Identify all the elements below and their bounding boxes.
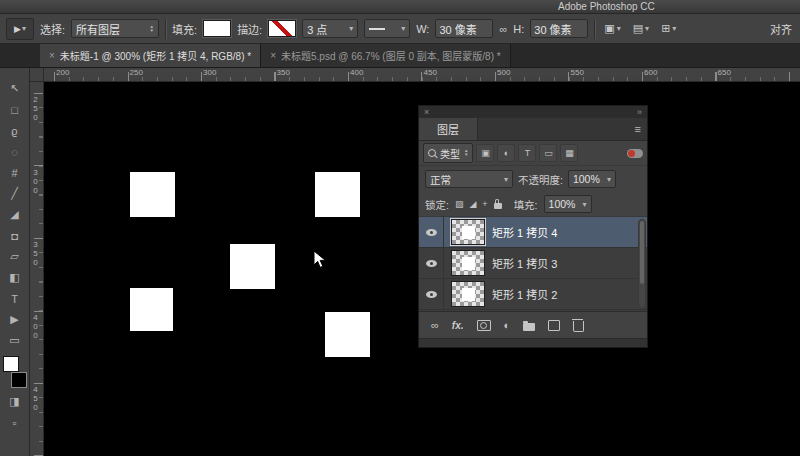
crop-tool[interactable]: # [0, 162, 29, 183]
eyedropper-tool[interactable]: ╱ [0, 183, 29, 204]
panel-menu-button[interactable]: ≡ [635, 118, 647, 140]
layer-thumbnail[interactable] [451, 250, 485, 276]
new-layer-icon[interactable] [548, 320, 560, 331]
layer-name[interactable]: 矩形 1 拷贝 2 [492, 286, 557, 302]
blend-mode-dropdown[interactable]: 正常 ▾ [425, 170, 513, 188]
close-icon[interactable]: × [424, 106, 429, 118]
tools-panel: ↖ □ ϱ ◌ # ╱ ◢ ◘ ▱ ◧ T ▶ ▭ ◨ ▫ [0, 68, 30, 456]
marquee-tool-icon: □ [11, 104, 18, 116]
chevron-down-icon: ▾ [583, 200, 587, 209]
scrollbar[interactable] [638, 219, 646, 309]
brush-tool[interactable]: ◢ [0, 204, 29, 225]
filter-pixel-layers-button[interactable]: ▣ [476, 144, 494, 162]
path-alignment-button[interactable]: ▤ ▾ [630, 20, 652, 37]
layer-style-icon[interactable]: fx. [452, 320, 464, 331]
stroke-swatch[interactable] [268, 20, 296, 37]
path-arrange-button[interactable]: ⊞ ▾ [658, 20, 679, 37]
color-swatches [3, 356, 27, 388]
layer-row[interactable]: 矩形 1 拷贝 4 [419, 217, 647, 248]
tool-preset-button[interactable]: ▶ ▾ [6, 18, 34, 40]
type-tool[interactable]: T [0, 288, 29, 309]
chevron-down-icon: ▾ [607, 175, 611, 184]
add-layer-mask-icon[interactable] [477, 320, 491, 331]
move-tool[interactable]: ↖ [0, 78, 29, 99]
lock-transparent-pixels-button[interactable]: ▨ [455, 199, 464, 209]
path-operations-button[interactable]: ▣ ▾ [601, 20, 623, 37]
stepper-icon: ▲ ▼ [464, 149, 468, 157]
layer-visibility-toggle[interactable] [419, 279, 444, 309]
eye-icon [426, 229, 437, 236]
new-group-icon[interactable] [523, 323, 535, 331]
tab-untitled-1[interactable]: × 未标题-1 @ 300% (矩形 1 拷贝 4, RGB/8) * [40, 44, 261, 67]
layer-row[interactable]: 矩形 1 拷贝 2 [419, 279, 647, 310]
close-icon[interactable]: × [49, 50, 55, 61]
filter-kind-value: 类型 [440, 146, 460, 161]
layer-row[interactable]: 矩形 1 拷贝 3 [419, 248, 647, 279]
lock-position-button[interactable]: + [482, 199, 487, 209]
link-layers-icon[interactable]: ∞ [431, 320, 439, 331]
scrollbar-thumb[interactable] [640, 221, 644, 284]
move-tool-icon: ↖ [10, 82, 19, 95]
gradient-tool-icon: ◧ [9, 271, 19, 284]
blend-mode-row: 正常 ▾ 不透明度: 100% ▾ [419, 166, 647, 192]
ruler-label: 250 [130, 68, 204, 81]
panel-drag-bar[interactable]: × » [419, 106, 647, 118]
layer-visibility-toggle[interactable] [419, 248, 444, 278]
path-selection-tool[interactable]: ▶ [0, 309, 29, 330]
stroke-width-value: 3 点 [307, 21, 327, 37]
filter-adjustment-layers-button[interactable]: ◐ [497, 144, 515, 162]
layer-thumbnail[interactable] [451, 219, 485, 245]
layer-filtering-toggle[interactable] [627, 149, 643, 158]
background-color-swatch[interactable] [11, 372, 27, 388]
align-edges-label[interactable]: 对齐 [770, 21, 794, 37]
eraser-tool[interactable]: ▱ [0, 246, 29, 267]
stroke-style-dropdown[interactable]: ▾ [364, 19, 410, 38]
delete-layer-icon[interactable] [573, 321, 584, 332]
filter-shape-layers-button[interactable]: ▭ [539, 144, 557, 162]
chevron-down-icon: ▾ [504, 175, 508, 184]
filter-kind-dropdown[interactable]: 类型 ▲ ▼ [423, 143, 473, 163]
fill-label: 填充: [172, 21, 197, 37]
adjustment-layer-icon[interactable]: ◐ [504, 320, 511, 331]
rectangle-tool[interactable]: ▭ [0, 330, 29, 351]
lock-image-pixels-button[interactable]: ◢ [469, 199, 476, 209]
quick-selection-tool[interactable]: ◌ [0, 141, 29, 162]
width-input[interactable] [435, 19, 493, 38]
opacity-dropdown[interactable]: 100% ▾ [568, 170, 616, 188]
select-scope-dropdown[interactable]: 所有图层 ▲ ▼ [71, 19, 159, 38]
fill-swatch[interactable] [203, 20, 231, 37]
foreground-color-swatch[interactable] [3, 356, 19, 372]
quick-mask-button[interactable]: ◨ [0, 391, 29, 412]
tab-untitled-5[interactable]: × 未标题5.psd @ 66.7% (图层 0 副本, 图层蒙版/8) * [261, 44, 511, 67]
screen-mode-button[interactable]: ▫ [0, 412, 29, 433]
lock-all-button[interactable] [494, 203, 502, 209]
search-icon [428, 149, 436, 157]
horizontal-ruler: 200 250 300 350 400 450 500 550 600 650 [44, 68, 800, 82]
tab-layers[interactable]: 图层 [419, 118, 478, 140]
chevron-down-icon: ▾ [349, 24, 353, 33]
filter-type-layers-button[interactable]: T [518, 144, 536, 162]
ruler-label: 350 [31, 240, 39, 313]
lasso-tool-icon: ϱ [11, 125, 17, 137]
collapse-panel-icon[interactable]: » [637, 106, 642, 118]
rectangular-marquee-tool[interactable]: □ [0, 99, 29, 120]
panel-resize-strip[interactable] [419, 338, 647, 347]
blend-mode-value: 正常 [430, 172, 451, 187]
clone-stamp-tool[interactable]: ◘ [0, 225, 29, 246]
fill-dropdown[interactable]: 100% ▾ [544, 195, 592, 213]
tab-label: 未标题5.psd @ 66.7% (图层 0 副本, 图层蒙版/8) * [281, 48, 501, 63]
layer-name[interactable]: 矩形 1 拷贝 3 [492, 255, 557, 271]
gradient-tool[interactable]: ◧ [0, 267, 29, 288]
ruler-label: 650 [718, 68, 792, 81]
layer-visibility-toggle[interactable] [419, 217, 444, 247]
vertical-ruler: 250 300 350 400 450 [30, 82, 44, 456]
stroke-width-dropdown[interactable]: 3 点 ▾ [302, 19, 358, 38]
filter-smart-objects-button[interactable]: ▦ [560, 144, 578, 162]
layer-thumbnail[interactable] [451, 281, 485, 307]
mouse-cursor [310, 250, 328, 270]
link-dimensions-icon[interactable]: ∞ [499, 23, 507, 35]
close-icon[interactable]: × [270, 50, 276, 61]
height-input[interactable] [530, 19, 588, 38]
layer-name[interactable]: 矩形 1 拷贝 4 [492, 224, 557, 240]
lasso-tool[interactable]: ϱ [0, 120, 29, 141]
